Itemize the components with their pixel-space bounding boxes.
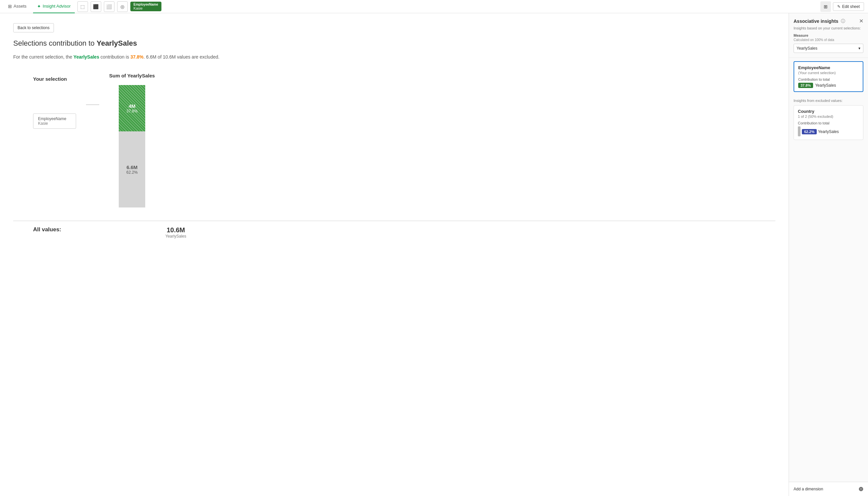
range-tool-btn[interactable]: ⬜ [104,1,114,12]
chart-connector [86,105,99,105]
tab-assets[interactable]: ⊞ Assets [4,0,30,13]
sidebar-header: Associative insights ⓘ ✕ [789,13,868,26]
close-icon[interactable]: ✕ [859,18,863,24]
bar-green-segment: 4M 37.8% [119,85,145,131]
target-tool-btn[interactable]: ◎ [117,1,128,12]
insight-badge-measure: YearlySales [815,83,836,88]
tab-insight-advisor[interactable]: ✦ Insight Advisor [33,0,75,13]
bar-gray-segment: 6.6M 62.2% [119,131,145,207]
bar-gray-value: 6.6M [126,165,137,170]
sidebar-title: Associative insights [793,18,838,24]
pill-value: Kasie [133,6,158,10]
country-color-bar [798,126,801,136]
sidebar-subtitle: Insights based on your current selection… [789,26,868,33]
bar-green-percent: 37.8% [126,109,138,113]
excluded-title: Insights from excluded values: [793,98,863,103]
all-values-label: All values: [33,226,106,233]
country-badge-value: 62.2% [802,129,817,134]
selection-box-title: EmployeeName [38,117,71,121]
measure-value: YearlySales [796,46,817,51]
add-icon: ⊕ [858,485,863,493]
chevron-down-icon: ▾ [858,46,861,51]
subtitle-suffix: . 6.6M of 10.6M values are excluded. [144,54,220,60]
measure-sublabel: Calculated on 100% of data [793,38,863,42]
bar-green-value: 4M [129,103,136,109]
add-dimension-label: Add a dimension [793,487,823,491]
pencil-icon: ✎ [837,4,840,9]
subtitle: For the current selection, the YearlySal… [13,54,775,60]
measure-dropdown[interactable]: YearlySales ▾ [793,44,863,53]
main-layout: Back to selections Selections contributi… [0,13,868,496]
insight-tab-label: Insight Advisor [43,4,71,9]
col1-header: Your selection [33,76,67,82]
right-sidebar: Associative insights ⓘ ✕ Insights based … [789,13,868,496]
all-values-num: 10.6M [165,226,186,234]
add-dimension-btn[interactable]: Add a dimension ⊕ [789,482,868,496]
insight-card-contrib-label: Contribution to total [798,77,859,81]
assets-icon: ⊞ [8,4,12,9]
connector-line [86,105,99,105]
stacked-bar: 4M 37.8% 6.6M 62.2% [119,85,145,207]
all-values-measure: YearlySales [165,234,186,238]
employee-filter-pill[interactable]: EmployeeName Kasie [130,2,161,11]
grid-view-btn[interactable]: ⊞ [820,1,831,12]
measure-label: Measure [793,33,863,37]
page-title-prefix: Selections contribution to [13,39,97,47]
selection-box-value: Kasie [38,121,71,126]
country-card[interactable]: Country 1 of 2 (50% excluded) Contributi… [793,105,863,140]
col2-header: Sum of YearlySales [109,73,155,78]
insight-badge-row: 37.8% YearlySales [798,83,859,88]
page-title-measure: YearlySales [97,39,137,47]
main-content: Back to selections Selections contributi… [0,13,789,496]
insight-icon: ✦ [37,4,41,9]
insight-card-subtitle: (Your current selection) [798,71,859,75]
excluded-section: Insights from excluded values: Country 1… [789,95,868,144]
country-card-subtitle: 1 of 2 (50% excluded) [798,114,859,119]
page-title: Selections contribution to YearlySales [13,39,775,48]
chart-col1: Your selection EmployeeName Kasie [33,73,76,129]
bar-col: Sum of YearlySales 4M 37.8% 6.6M 62.2% [109,73,155,207]
bar-gray-percent: 62.2% [126,170,138,175]
edit-sheet-label: Edit sheet [842,4,860,9]
selection-box: EmployeeName Kasie [33,113,76,129]
insight-card-title: EmployeeName [798,65,859,70]
back-to-selections-btn[interactable]: Back to selections [13,23,54,32]
help-icon[interactable]: ⓘ [841,18,845,24]
edit-sheet-btn[interactable]: ✎ Edit sheet [833,2,864,11]
top-nav: ⊞ Assets ✦ Insight Advisor ⬚ ⬛ ⬜ ◎ Emplo… [0,0,868,13]
nav-right-buttons: ⊞ ✎ Edit sheet [820,1,864,12]
lasso-tool-btn[interactable]: ⬛ [91,1,101,12]
pill-title: EmployeeName [133,3,158,6]
country-card-title: Country [798,109,859,114]
subtitle-percent: 37.8% [130,54,144,60]
assets-tab-label: Assets [14,4,27,9]
subtitle-prefix: For the current selection, the [13,54,74,60]
subtitle-middle: contribution is [99,54,130,60]
subtitle-measure: YearlySales [74,54,99,60]
all-values-data: 10.6M YearlySales [165,226,186,238]
all-values-row: All values: 10.6M YearlySales [13,221,775,238]
select-tool-btn[interactable]: ⬚ [77,1,88,12]
insight-badge-value: 37.8% [798,83,813,88]
country-card-contrib-label: Contribution to total [798,121,859,125]
sidebar-measure-section: Measure Calculated on 100% of data Yearl… [789,33,868,58]
chart-area: Your selection EmployeeName Kasie Sum of… [13,73,775,207]
country-badge-measure: YearlySales [818,129,839,134]
country-badge-row: 62.2% YearlySales [798,126,859,136]
country-badge-inner: 62.2% YearlySales [802,129,839,134]
insight-card-employee[interactable]: EmployeeName (Your current selection) Co… [793,61,863,92]
